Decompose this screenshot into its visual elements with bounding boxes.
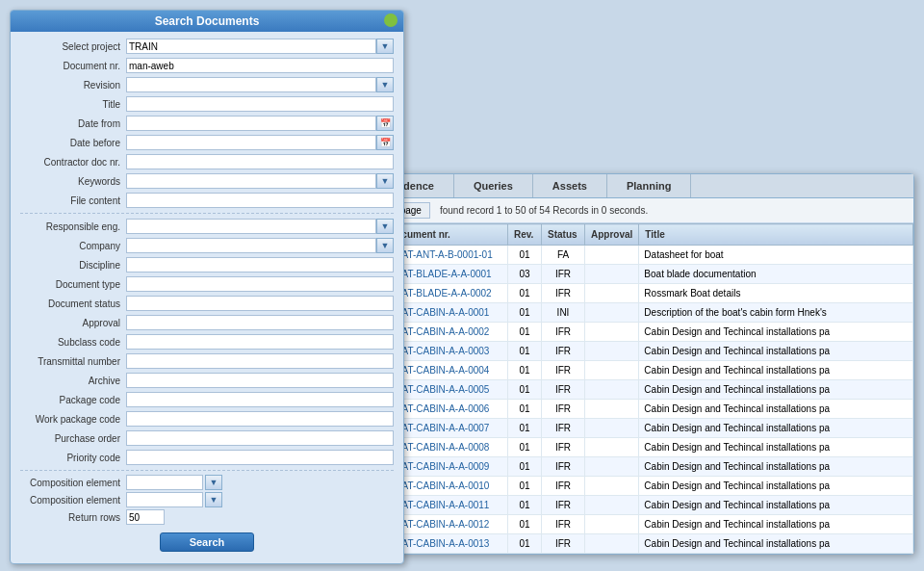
return-rows-input[interactable] — [126, 509, 165, 525]
company-label: Company — [20, 241, 126, 251]
results-info: found record 1 to 50 of 54 Records in 0 … — [440, 205, 648, 216]
row-title: Cabin Design and Techincal installations… — [639, 380, 913, 400]
purchase-order-input[interactable] — [126, 430, 394, 446]
transmittal-input[interactable] — [126, 353, 394, 369]
file-content-input[interactable] — [126, 193, 394, 208]
results-table: Document nr. Rev. Status Approval Title … — [333, 223, 913, 554]
priority-code-label: Priority code — [20, 453, 126, 463]
select-project-btn[interactable]: ▼ — [376, 39, 394, 54]
title-input[interactable] — [126, 96, 394, 112]
work-package-row: Work package code — [20, 410, 394, 428]
revision-input[interactable] — [126, 77, 376, 92]
date-before-input[interactable] — [126, 135, 376, 150]
search-button[interactable]: Search — [160, 532, 255, 552]
subclass-row: Subclass code — [20, 333, 394, 350]
results-tbody: i BOAT-ANT-A-B-0001-01 01 FA Datasheet f… — [334, 246, 913, 554]
date-from-input[interactable] — [126, 116, 376, 131]
row-status: IFR — [542, 419, 585, 438]
package-code-row: Package code — [20, 391, 394, 408]
work-package-input[interactable] — [126, 411, 394, 427]
return-rows-row: Return rows — [20, 509, 394, 525]
responsible-btn[interactable]: ▼ — [376, 219, 394, 234]
approval-input[interactable] — [126, 315, 394, 330]
archive-input[interactable] — [126, 373, 394, 388]
row-status: IFR — [542, 284, 585, 303]
document-type-input[interactable] — [126, 276, 394, 292]
keywords-btn[interactable]: ▼ — [376, 173, 394, 189]
row-rev: 01 — [508, 400, 542, 419]
composition1-row: Composition element ▼ — [20, 475, 394, 490]
file-content-label: File content — [20, 195, 126, 206]
table-row: i BOAT-CABIN-A-A-0007 01 IFR Cabin Desig… — [334, 419, 913, 438]
row-rev: 01 — [508, 457, 542, 477]
priority-code-input[interactable] — [126, 450, 394, 465]
responsible-field: ▼ — [126, 219, 394, 234]
row-approval — [585, 477, 639, 496]
col-header-approval: Approval — [585, 224, 639, 246]
tab-assets[interactable]: Assets — [533, 174, 607, 197]
close-button[interactable] — [384, 13, 398, 27]
date-before-row: Date before 📅 — [20, 134, 394, 151]
composition1-input[interactable] — [126, 475, 203, 490]
composition1-btn[interactable]: ▼ — [205, 475, 222, 490]
table-row: i BOAT-BLADE-A-A-0001 03 IFR Boat blade … — [334, 265, 913, 284]
company-input[interactable] — [126, 238, 376, 253]
discipline-row: Discipline — [20, 256, 394, 273]
row-rev: 01 — [508, 342, 542, 361]
row-approval — [585, 515, 639, 534]
archive-row: Archive — [20, 372, 394, 389]
row-approval — [585, 419, 639, 438]
date-from-label: Date from — [20, 118, 126, 129]
row-approval — [585, 438, 639, 457]
transmittal-label: Transmittal number — [20, 356, 126, 367]
date-before-field: 📅 — [126, 135, 394, 150]
composition2-input[interactable] — [126, 492, 203, 507]
row-approval — [585, 457, 639, 477]
package-code-input[interactable] — [126, 392, 394, 407]
row-title: Cabin Design and Techincal installations… — [639, 515, 913, 534]
row-title: Cabin Design and Techincal installations… — [639, 457, 913, 477]
row-rev: 01 — [508, 246, 542, 265]
row-status: IFR — [542, 380, 585, 400]
table-row: i BOAT-BLADE-A-A-0002 01 IFR Rossmark Bo… — [334, 284, 913, 303]
date-from-btn[interactable]: 📅 — [376, 116, 394, 131]
keywords-field: ▼ — [126, 173, 394, 189]
purchase-order-row: Purchase order — [20, 429, 394, 447]
row-rev: 01 — [508, 380, 542, 400]
content-area: ◀ Previous page found record 1 to 50 of … — [333, 198, 913, 554]
composition2-btn[interactable]: ▼ — [205, 492, 222, 507]
row-rev: 01 — [508, 438, 542, 457]
revision-btn[interactable]: ▼ — [376, 77, 394, 92]
responsible-input[interactable] — [126, 219, 376, 234]
title-label: Title — [20, 99, 126, 110]
document-nr-input[interactable] — [126, 58, 394, 73]
document-status-input[interactable] — [126, 296, 394, 311]
row-rev: 01 — [508, 323, 542, 342]
row-status: IFR — [542, 400, 585, 419]
subclass-input[interactable] — [126, 334, 394, 350]
discipline-input[interactable] — [126, 257, 394, 273]
tab-planning[interactable]: Planning — [607, 174, 691, 197]
file-content-row: File content — [20, 192, 394, 209]
row-title: Cabin Design and Techincal installations… — [639, 534, 913, 554]
tab-queries[interactable]: Queries — [454, 174, 533, 197]
row-title: Cabin Design and Techincal installations… — [639, 323, 913, 342]
revision-label: Revision — [20, 80, 126, 91]
date-before-btn[interactable]: 📅 — [376, 135, 394, 150]
results-scroll-area[interactable]: Document nr. Rev. Status Approval Title … — [333, 223, 913, 554]
contractor-label: Contractor doc nr. — [20, 157, 126, 168]
contractor-input[interactable] — [126, 154, 394, 169]
row-status: IFR — [542, 342, 585, 361]
company-btn[interactable]: ▼ — [376, 238, 394, 253]
work-package-label: Work package code — [20, 414, 126, 425]
select-project-input[interactable] — [126, 39, 376, 54]
document-nr-row: Document nr. — [20, 57, 394, 74]
row-approval — [585, 323, 639, 342]
row-rev: 01 — [508, 496, 542, 515]
contractor-row: Contractor doc nr. — [20, 153, 394, 170]
subclass-label: Subclass code — [20, 337, 126, 348]
keywords-input[interactable] — [126, 173, 376, 189]
row-rev: 01 — [508, 284, 542, 303]
row-status: IFR — [542, 457, 585, 477]
select-project-field: ▼ — [126, 39, 394, 54]
